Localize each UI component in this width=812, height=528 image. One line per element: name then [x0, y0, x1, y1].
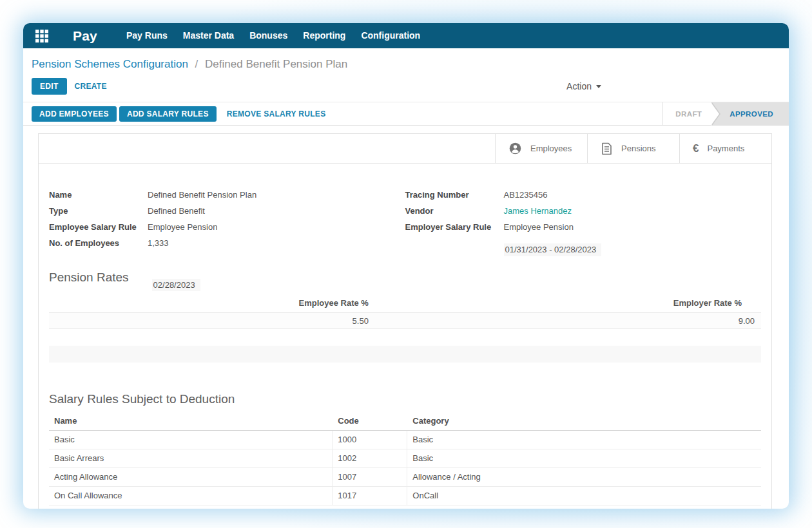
pensions-smart-button[interactable]: Pensions	[587, 134, 679, 163]
remove-salary-rules-button[interactable]: REMOVE SALARY RULES	[219, 106, 334, 122]
form-sheet: Employees Pensions € Payme	[38, 133, 772, 509]
rule-code: 1017	[333, 487, 407, 505]
stage-widget: DRAFT APPROVED	[662, 102, 789, 125]
field-vendor: Vendor James Hernandez	[405, 206, 762, 216]
empty-row	[49, 329, 761, 346]
field-tracing-number-value: AB1235456	[504, 190, 548, 200]
pension-rates-title: Pension Rates	[49, 270, 129, 285]
payments-smart-button[interactable]: € Payments	[679, 134, 771, 163]
salary-rules-table: Name Code Category Basic 1000 Basic Basi…	[49, 412, 761, 505]
field-column-left: Name Defined Benefit Pension Plan Type D…	[49, 190, 405, 262]
employees-smart-button[interactable]: Employees	[495, 134, 587, 163]
rule-name: On Call Allowance	[49, 487, 333, 505]
pension-rates-header: Pension Rates 02/28/2023	[49, 270, 761, 291]
field-employer-salary-rule-label: Employer Salary Rule	[405, 222, 504, 232]
rule-code: 1000	[333, 431, 407, 449]
menu-item-reporting[interactable]: Reporting	[295, 23, 353, 48]
employees-smart-button-label: Employees	[530, 144, 572, 153]
action-dropdown-label: Action	[566, 81, 592, 91]
user-icon	[508, 142, 522, 155]
field-type-label: Type	[49, 206, 148, 216]
field-name: Name Defined Benefit Pension Plan	[49, 190, 405, 200]
pension-rates-table-header: Employee Rate % Employer Rate %	[49, 297, 761, 312]
field-name-value: Defined Benefit Pension Plan	[148, 190, 256, 200]
breadcrumb-current: Defined Benefit Pension Plan	[205, 58, 347, 70]
pensions-smart-button-label: Pensions	[621, 144, 655, 153]
rule-category: Basic	[407, 449, 761, 468]
create-button[interactable]: CREATE	[67, 78, 115, 95]
field-period: 01/31/2023 - 02/28/2023	[405, 243, 762, 256]
table-row[interactable]: Acting Allowance 1007 Allowance / Acting	[49, 468, 761, 487]
rule-category: OnCall	[407, 487, 761, 505]
field-period-label	[405, 243, 504, 256]
page-background: Pay Pay Runs Master Data Bonuses Reporti…	[0, 0, 812, 528]
field-column-right: Tracing Number AB1235456 Vendor James He…	[405, 190, 762, 262]
name-column-header: Name	[49, 412, 333, 431]
add-employees-button[interactable]: ADD EMPLOYEES	[32, 106, 117, 122]
edit-button[interactable]: EDIT	[32, 78, 67, 95]
breadcrumb: Pension Schemes Configuration / Defined …	[23, 48, 789, 71]
menu-item-bonuses[interactable]: Bonuses	[242, 23, 295, 48]
smart-button-box: Employees Pensions € Payme	[39, 134, 771, 164]
field-no-of-employees: No. of Employees 1,333	[49, 238, 405, 249]
document-icon	[601, 142, 613, 155]
rule-name: Acting Allowance	[49, 468, 333, 487]
stage-draft[interactable]: DRAFT	[662, 102, 711, 125]
employee-rate-value: 5.50	[49, 316, 374, 326]
field-grid: Name Defined Benefit Pension Plan Type D…	[49, 190, 761, 262]
pension-rates-table: Employee Rate % Employer Rate % 5.50 9.0…	[49, 297, 761, 363]
table-row[interactable]: Basic 1000 Basic	[49, 431, 761, 449]
record-controls: EDIT CREATE Action	[23, 71, 789, 102]
salary-rules-title: Salary Rules Subject to Deduction	[49, 392, 761, 406]
statusbar: ADD EMPLOYEES ADD SALARY RULES REMOVE SA…	[23, 102, 789, 126]
field-employer-salary-rule: Employer Salary Rule Employee Pension	[405, 222, 762, 232]
action-dropdown[interactable]: Action	[566, 81, 601, 91]
rule-category: Allowance / Acting	[407, 468, 761, 487]
field-vendor-label: Vendor	[405, 206, 504, 216]
add-salary-rules-button[interactable]: ADD SALARY RULES	[119, 106, 217, 122]
empty-row	[49, 346, 761, 363]
field-tracing-number-label: Tracing Number	[405, 190, 504, 200]
table-row[interactable]: Basic Arrears 1002 Basic	[49, 449, 761, 468]
field-period-value: 01/31/2023 - 02/28/2023	[504, 243, 602, 256]
table-row[interactable]: On Call Allowance 1017 OnCall	[49, 487, 761, 505]
form-fields-area: Name Defined Benefit Pension Plan Type D…	[39, 164, 771, 505]
field-type: Type Defined Benefit	[49, 206, 405, 216]
category-column-header: Category	[407, 412, 761, 431]
salary-rules-header-row: Name Code Category	[49, 412, 761, 431]
rule-code: 1002	[333, 449, 407, 468]
field-employee-salary-rule-label: Employee Salary Rule	[49, 222, 148, 232]
menu-item-pay-runs[interactable]: Pay Runs	[119, 23, 175, 48]
stage-arrow-icon	[711, 102, 719, 125]
field-type-value: Defined Benefit	[148, 206, 205, 216]
field-no-of-employees-value: 1,333	[148, 238, 169, 249]
breadcrumb-parent-link[interactable]: Pension Schemes Configuration	[32, 58, 188, 70]
employer-rate-column-header: Employer Rate %	[374, 298, 761, 308]
statusbar-buttons: ADD EMPLOYEES ADD SALARY RULES REMOVE SA…	[23, 102, 333, 125]
rule-name: Basic Arrears	[49, 449, 333, 468]
field-employee-salary-rule-value: Employee Pension	[148, 222, 217, 232]
menu-item-master-data[interactable]: Master Data	[175, 23, 242, 48]
field-tracing-number: Tracing Number AB1235456	[405, 190, 762, 200]
menu-item-configuration[interactable]: Configuration	[353, 23, 428, 48]
payments-smart-button-label: Payments	[707, 144, 744, 153]
employer-rate-value: 9.00	[374, 316, 761, 326]
main-menu: Pay Runs Master Data Bonuses Reporting C…	[119, 23, 428, 48]
table-row[interactable]: 5.50 9.00	[49, 312, 761, 329]
app-window: Pay Pay Runs Master Data Bonuses Reporti…	[23, 23, 789, 509]
euro-icon: €	[693, 143, 699, 154]
field-employee-salary-rule: Employee Salary Rule Employee Pension	[49, 222, 405, 232]
app-title: Pay	[73, 28, 97, 44]
field-no-of-employees-label: No. of Employees	[49, 238, 148, 249]
rule-name: Basic	[49, 431, 333, 449]
vendor-link[interactable]: James Hernandez	[504, 206, 572, 216]
stage-approved[interactable]: APPROVED	[719, 102, 789, 125]
field-name-label: Name	[49, 190, 148, 200]
employee-rate-column-header: Employee Rate %	[49, 298, 374, 308]
chevron-down-icon	[596, 85, 601, 88]
apps-grid-icon[interactable]	[35, 29, 50, 43]
code-column-header: Code	[333, 412, 407, 431]
breadcrumb-separator: /	[195, 58, 198, 70]
field-employer-salary-rule-value: Employee Pension	[504, 222, 574, 232]
top-navbar: Pay Pay Runs Master Data Bonuses Reporti…	[23, 23, 789, 48]
